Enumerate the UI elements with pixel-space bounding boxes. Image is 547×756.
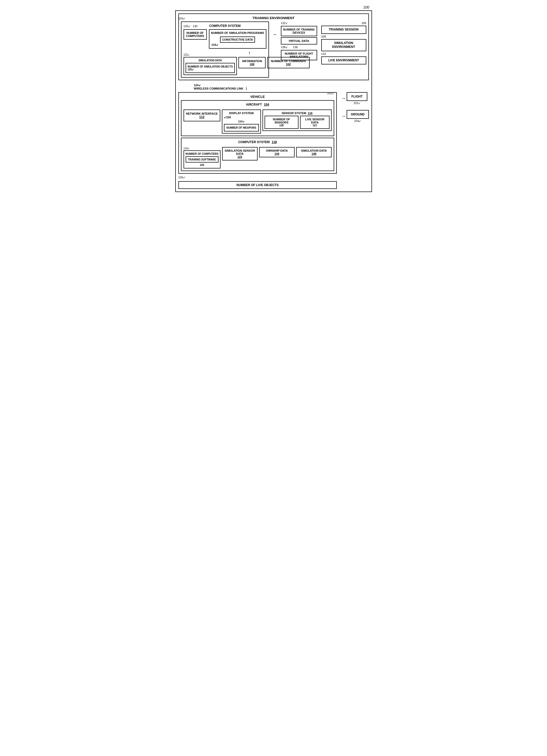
live-environment-box: LIVE ENVIRONMENT [321, 56, 366, 65]
ref-114: 114↙ [224, 120, 259, 123]
ref-130: 130 [193, 25, 198, 28]
ref-104: 104 [264, 103, 269, 106]
commands-ref: 162 [271, 63, 306, 66]
aircraft-box: AIRCRAFT 104 NETWORK INTERFACE 112 [181, 100, 334, 136]
ref-124: 124↙ [194, 84, 201, 87]
training-software-box: TRAINING SOFTWARE [186, 156, 218, 163]
sensor-system-container: SENSOR SYSTEM 116 NUMBER OF SENSORS 128 [262, 109, 332, 134]
flight-label: FLIGHT [351, 95, 362, 98]
flight-row: → FLIGHT 152↙ [341, 92, 369, 105]
training-session-box: TRAINING SESSION [321, 26, 366, 34]
ref-154: 154↙ [354, 119, 361, 123]
information-label: INFORMATION [242, 60, 262, 63]
vehicle-section: 102↙ VEHICLE AIRCRAFT 104 [178, 92, 337, 189]
network-interface-label: NETWORK INTERFACE [186, 112, 218, 115]
num-sensors-label: NUMBER OF SENSORS [273, 118, 290, 124]
live-sensor-container: LIVE SENSOR DATA 121 [300, 116, 330, 129]
ownship-data-box: OWNSHIP DATA 144 [259, 147, 295, 157]
ref-148: 148 [298, 152, 330, 155]
num-weapons-box: NUMBER OF WEAPONS [224, 124, 259, 131]
ref-152: 152↙ [353, 101, 360, 105]
num-sensors-box: NUMBER OF SENSORS 128 [265, 116, 298, 129]
display-system-label: DISPLAY SYSTEM [224, 112, 259, 115]
num-flight-sim-label: NUMBER OF FLIGHT SIMULATORS [285, 52, 313, 58]
training-environment: TRAINING ENVIRONMENT 133↙ COMPUTER SYSTE… [178, 13, 369, 80]
sim-objects-label: NUMBER OF SIMULATION OBJECTS [188, 65, 233, 68]
live-objects-container: 126↙ NUMBER OF LIVE OBJECTS [178, 175, 337, 189]
sim-data-148-box: SIMULATION DATA 148 [296, 147, 332, 157]
up-arrow: ↑ [248, 50, 251, 55]
display-system-col: DISPLAY SYSTEM ↙150 114↙ NUMBER OF WEAPO… [222, 109, 261, 134]
ref-122: 122↙ [184, 53, 190, 56]
ground-box: GROUND [347, 110, 369, 119]
aircraft-label: AIRCRAFT [246, 103, 262, 106]
sim-data-label: SIMULATION DATA [186, 59, 235, 62]
sim-sensor-container: SIMULATION SENSOR DATA 123 [222, 147, 258, 168]
num-sensors-container: NUMBER OF SENSORS 128 [265, 116, 298, 129]
aircraft-inner-row: NETWORK INTERFACE 112 DISPLAY SYSTEM ↙15… [184, 109, 332, 134]
ref-126: 126↙ [178, 176, 185, 179]
live-sensor-data-box: LIVE SENSOR DATA 121 [300, 116, 330, 129]
computer-system-outer: COMPUTER SYSTEM 135↙ 130 NUMBER OF COMPU… [181, 21, 269, 78]
ownship-container: OWNSHIP DATA 144 [259, 147, 295, 168]
num-training-devices: NUMBER OF TRAINING DEVICES [281, 26, 317, 36]
training-software-label: TRAINING SOFTWARE [188, 158, 216, 161]
network-interface-box: NETWORK INTERFACE 112 [184, 109, 220, 121]
vehicle-row: 102↙ VEHICLE AIRCRAFT 104 [178, 92, 369, 189]
info-commands-row: 122↙ SIMULATION DATA NUMBER OF SIMULATIO… [184, 57, 266, 75]
ref-110: 110 [321, 52, 366, 55]
ref-135: 135↙ [184, 25, 191, 28]
ref-133: 133↙ [178, 17, 185, 20]
sim-data-148-container: SIMULATION DATA 148 [296, 147, 332, 168]
refs-138-136: 138↙ 136 [281, 46, 317, 49]
training-session-label: TRAINING SESSION [329, 28, 359, 31]
live-environment-label: LIVE ENVIRONMENT [328, 58, 359, 62]
num-training-devices-label: NUMBER OF TRAINING DEVICES [283, 28, 315, 34]
ref-138: 138↙ [281, 46, 288, 49]
wireless-label: WIRELESS COMMUNICATIONS LINK [194, 87, 244, 90]
num-computers-119-label: NUMBER OF COMPUTERS [186, 152, 218, 155]
constructive-data-label: CONSTRUCTIVE DATA [222, 38, 253, 41]
num-computers-135: NUMBER OF COMPUTERS [184, 29, 207, 40]
sim-programs-label: NUMBER OF SIMULATION PROGRAMS [211, 31, 264, 34]
ref-150-114: ↙150 [224, 116, 259, 119]
num-weapons-label: NUMBER OF WEAPONS [227, 126, 256, 129]
ref-108: 108 [321, 35, 366, 38]
num-flight-simulators: NUMBER OF FLIGHT SIMULATORS [281, 50, 317, 60]
live-sensor-data-label: LIVE SENSOR DATA [305, 118, 324, 124]
training-devices-col: 132↙ NUMBER OF TRAINING DEVICES VIRTUAL … [281, 21, 317, 60]
diagram: 100 TRAINING ENVIRONMENT 133↙ COMPUTER S… [175, 5, 372, 192]
sim-data-148-label: SIMULATION DATA [301, 149, 327, 152]
arrow-to-ground: → [341, 114, 346, 119]
ground-label: GROUND [351, 113, 364, 116]
information-ref: 160 [242, 63, 262, 66]
ref-136: 136 [293, 46, 298, 49]
comp-sys-118-label: COMPUTER SYSTEM [238, 140, 269, 144]
network-interface-container: NETWORK INTERFACE 112 [184, 109, 220, 134]
sensor-inner-row: NUMBER OF SENSORS 128 LIVE SENSOR DATA 1 [265, 116, 330, 129]
sim-environment-box: SIMULATION ENVIRONMENT [321, 39, 366, 51]
comp-sys-118: COMPUTER SYSTEM 118 119↙ NUMBER OF COMPU… [181, 138, 334, 171]
sim-programs-box: NUMBER OF SIMULATION PROGRAMS CONSTRUCTI… [209, 29, 266, 49]
double-arrow: ↔ [271, 21, 279, 37]
training-env-label: TRAINING ENVIRONMENT [181, 16, 366, 20]
sensor-system-label: SENSOR SYSTEM [282, 112, 306, 115]
sim-environment-label: SIMULATION ENVIRONMENT [332, 41, 355, 49]
network-interface-ref: 112 [186, 115, 218, 119]
ref-106: 106 [321, 21, 366, 25]
vehicle-label: VEHICLE [181, 95, 334, 99]
down-arrow-wireless: ↓ [245, 84, 248, 91]
sensor-system-ref: 116 [308, 112, 312, 115]
live-objects-box: NUMBER OF LIVE OBJECTS [178, 181, 337, 189]
ref-134: 134↙ [211, 43, 264, 47]
ground-row: → GROUND 154↙ [341, 110, 369, 123]
up-arrow-container: ↑ [184, 50, 266, 55]
flight-box: FLIGHT [347, 92, 367, 101]
sim-data-box: SIMULATION DATA NUMBER OF SIMULATION OBJ… [184, 57, 237, 75]
ref-128: 128 [267, 124, 296, 127]
comp-sys-118-inner: 119↙ NUMBER OF COMPUTERS TRAINING SOFTWA… [184, 147, 332, 168]
num-live-objects-label: NUMBER OF LIVE OBJECTS [236, 183, 279, 187]
ref-100-label: 100 [175, 5, 372, 9]
ref-123: 123 [224, 155, 256, 158]
outer-wrapper: TRAINING ENVIRONMENT 133↙ COMPUTER SYSTE… [175, 10, 372, 192]
